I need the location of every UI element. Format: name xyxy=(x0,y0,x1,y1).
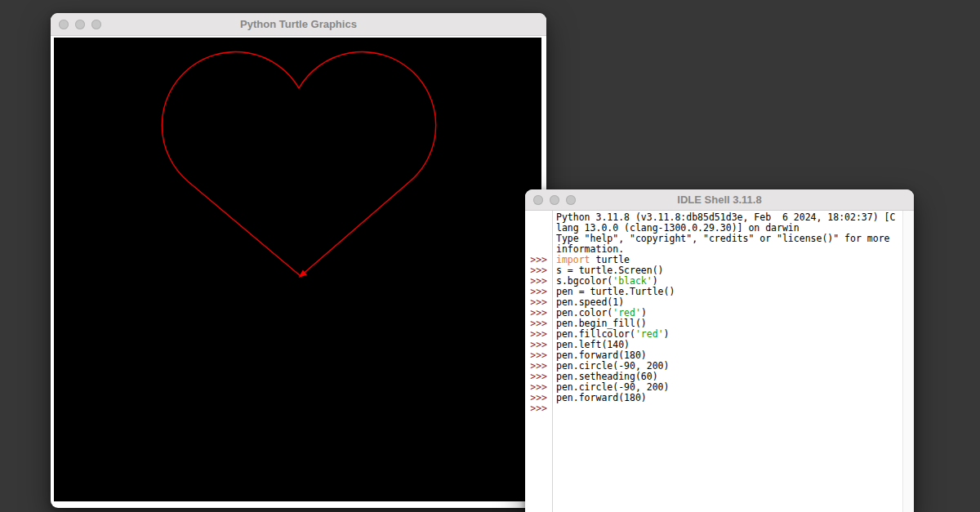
desktop: Python Turtle Graphics IDLE Shell 3.11.8… xyxy=(0,0,980,512)
prompt xyxy=(525,234,552,244)
shell-output[interactable]: Python 3.11.8 (v3.11.8:db85d51d3e, Feb 6… xyxy=(525,211,914,512)
shell-line-text: pen.circle(-90, 200) xyxy=(552,361,902,372)
minimize-button[interactable] xyxy=(550,195,559,205)
shell-line: >>>pen.forward(180) xyxy=(525,350,902,361)
idle-shell-window: IDLE Shell 3.11.8 Python 3.11.8 (v3.11.8… xyxy=(525,189,914,512)
shell-line: >>>pen.circle(-90, 200) xyxy=(525,361,902,372)
shell-line-text: pen.fillcolor('red') xyxy=(552,329,902,340)
heart-outline xyxy=(162,51,435,276)
vertical-scrollbar[interactable] xyxy=(902,211,914,512)
window-title: Python Turtle Graphics xyxy=(51,18,546,30)
shell-line: >>>pen.left(140) xyxy=(525,340,902,350)
shell-line-text: information. xyxy=(552,244,902,255)
shell-line-text: pen.forward(180) xyxy=(552,393,902,403)
shell-line: >>>import turtle xyxy=(525,255,902,265)
shell-line-text: Type "help", "copyright", "credits" or "… xyxy=(552,234,902,244)
traffic-lights xyxy=(51,20,101,29)
prompt xyxy=(525,212,552,223)
shell-line: >>>pen.setheading(60) xyxy=(525,372,902,382)
minimize-button[interactable] xyxy=(75,20,85,29)
shell-line-text: pen.speed(1) xyxy=(552,297,902,308)
shell-line: Python 3.11.8 (v3.11.8:db85d51d3e, Feb 6… xyxy=(525,212,902,223)
shell-line-text: import turtle xyxy=(552,255,902,265)
shell-line: >>> xyxy=(525,403,902,414)
turtle-titlebar[interactable]: Python Turtle Graphics xyxy=(51,13,546,36)
shell-line-text: Python 3.11.8 (v3.11.8:db85d51d3e, Feb 6… xyxy=(552,212,902,223)
prompt xyxy=(525,223,552,234)
shell-lines: Python 3.11.8 (v3.11.8:db85d51d3e, Feb 6… xyxy=(525,212,902,414)
shell-line: >>>s = turtle.Screen() xyxy=(525,265,902,276)
shell-line: >>>pen.fillcolor('red') xyxy=(525,329,902,340)
shell-line: lang 13.0.0 (clang-1300.0.29.30)] on dar… xyxy=(525,223,902,234)
shell-line-text: pen.begin_fill() xyxy=(552,318,902,329)
shell-line-text: pen.circle(-90, 200) xyxy=(552,382,902,393)
shell-line-text: lang 13.0.0 (clang-1300.0.29.30)] on dar… xyxy=(552,223,902,234)
zoom-button[interactable] xyxy=(566,195,576,205)
close-button[interactable] xyxy=(59,20,69,29)
shell-line: >>>pen.circle(-90, 200) xyxy=(525,382,902,393)
shell-line-text: s.bgcolor('black') xyxy=(552,276,902,287)
shell-line: >>>s.bgcolor('black') xyxy=(525,276,902,287)
heart-drawing xyxy=(54,38,541,501)
shell-line: >>>pen = turtle.Turtle() xyxy=(525,287,902,297)
shell-line: Type "help", "copyright", "credits" or "… xyxy=(525,234,902,244)
turtle-graphics-window: Python Turtle Graphics xyxy=(51,13,546,508)
window-title: IDLE Shell 3.11.8 xyxy=(525,194,914,206)
traffic-lights xyxy=(525,195,576,205)
shell-line-text: pen.forward(180) xyxy=(552,350,902,361)
shell-line: >>>pen.speed(1) xyxy=(525,297,902,308)
turtle-canvas[interactable] xyxy=(54,38,541,501)
close-button[interactable] xyxy=(533,195,543,205)
shell-line: >>>pen.forward(180) xyxy=(525,393,902,403)
shell-line: >>>pen.begin_fill() xyxy=(525,318,902,329)
shell-line-text: s = turtle.Screen() xyxy=(552,265,902,276)
shell-line-text: pen = turtle.Turtle() xyxy=(552,287,902,297)
shell-line: information. xyxy=(525,244,902,255)
prompt: >>> xyxy=(525,403,552,414)
shell-line-text: pen.left(140) xyxy=(552,340,902,350)
shell-line-text: pen.color('red') xyxy=(552,308,902,318)
idle-titlebar[interactable]: IDLE Shell 3.11.8 xyxy=(525,189,914,211)
zoom-button[interactable] xyxy=(91,20,101,29)
shell-line-text xyxy=(552,403,902,414)
shell-line-text: pen.setheading(60) xyxy=(552,372,902,382)
shell-line: >>>pen.color('red') xyxy=(525,308,902,318)
